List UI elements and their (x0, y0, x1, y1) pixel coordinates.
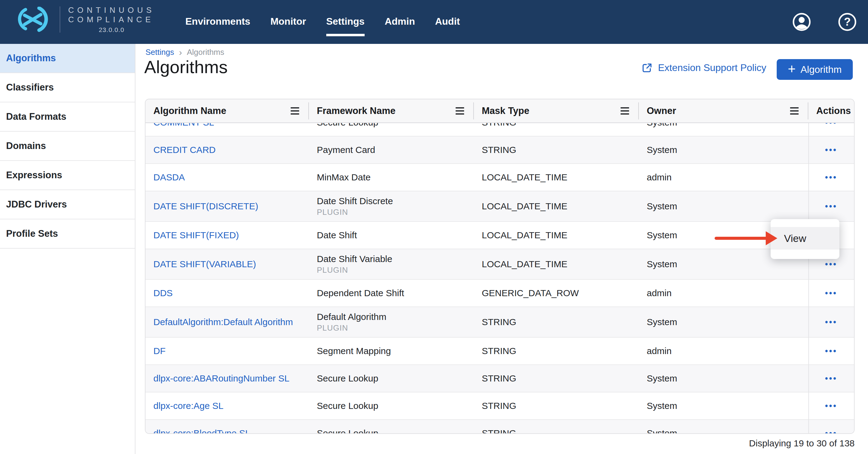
row-actions-ellipsis-icon[interactable]: ••• (825, 145, 837, 155)
row-actions-ellipsis-icon[interactable]: ••• (825, 202, 837, 211)
owner: System (647, 123, 808, 128)
row-actions-ellipsis-icon[interactable]: ••• (825, 346, 837, 356)
row-actions-ellipsis-icon[interactable]: ••• (825, 260, 837, 269)
algorithm-name-link[interactable]: COMMENT SL (153, 123, 309, 128)
column-menu-icon[interactable] (621, 107, 629, 115)
row-actions-ellipsis-icon[interactable]: ••• (825, 317, 837, 327)
page: CONTINUOUS COMPLIANCE 23.0.0.0 Environme… (0, 0, 868, 454)
mask-type: LOCAL_DATE_TIME (482, 172, 639, 182)
framework-name: MinMax Date (317, 172, 474, 182)
row-actions-ellipsis-icon[interactable]: ••• (825, 173, 837, 182)
sidebar-item-expressions[interactable]: Expressions (0, 161, 135, 190)
row-actions-menu: View (771, 219, 839, 259)
framework-name: Date Shift Discrete (317, 196, 474, 206)
plugin-badge: PLUGIN (317, 323, 474, 333)
algorithm-name-link[interactable]: CREDIT CARD (153, 145, 309, 155)
row-actions-ellipsis-icon[interactable]: ••• (825, 429, 837, 434)
algorithm-name-link[interactable]: DATE SHIFT(DISCRETE) (153, 201, 309, 211)
algorithm-name-link[interactable]: DATE SHIFT(FIXED) (153, 230, 309, 240)
sidebar-item-algorithms[interactable]: Algorithms (0, 44, 135, 73)
sidebar-item-data-formats[interactable]: Data Formats (0, 103, 135, 132)
nav-item-admin[interactable]: Admin (385, 16, 415, 28)
nav-item-monitor[interactable]: Monitor (270, 16, 306, 28)
table-row: DATE SHIFT(FIXED)Date ShiftLOCAL_DATE_TI… (146, 222, 854, 249)
mask-type: STRING (482, 346, 639, 356)
external-link-icon (642, 62, 653, 74)
add-algorithm-label: Algorithm (800, 64, 841, 75)
table-row: DATE SHIFT(VARIABLE)Date Shift VariableP… (146, 249, 854, 280)
row-actions-ellipsis-icon[interactable]: ••• (825, 288, 837, 298)
column-menu-icon[interactable] (291, 107, 299, 115)
row-actions-ellipsis-icon[interactable]: ••• (825, 401, 837, 411)
column-header-mask-type: Mask Type (474, 99, 639, 122)
annotation-arrow (715, 237, 768, 240)
owner: System (647, 317, 808, 327)
table-row: CREDIT CARDPayment CardSTRINGSystem••• (146, 137, 854, 164)
table-row: dlpx-core:BloodType SLSecure LookupSTRIN… (146, 420, 854, 434)
algorithms-table: Algorithm NameFramework NameMask TypeOwn… (145, 99, 855, 434)
table-row: DDSDependent Date ShiftGENERIC_DATA_ROWa… (146, 280, 854, 307)
column-menu-icon[interactable] (456, 107, 464, 115)
algorithm-name-link[interactable]: dlpx-core:ABARoutingNumber SL (153, 373, 309, 384)
algorithm-name-link[interactable]: DF (153, 346, 309, 356)
framework-name: Secure Lookup (317, 401, 474, 411)
help-icon[interactable]: ? (838, 12, 857, 32)
owner: admin (647, 346, 808, 356)
algorithm-name-link[interactable]: DefaultAlgorithm:Default Algorithm (153, 317, 309, 327)
mask-type: STRING (482, 145, 639, 155)
column-header-label: Owner (647, 106, 676, 116)
framework-name: Date Shift Variable (317, 254, 474, 264)
mask-type: LOCAL_DATE_TIME (482, 259, 639, 269)
framework-name: Secure Lookup (317, 123, 474, 128)
breadcrumb-settings-link[interactable]: Settings (146, 48, 174, 57)
algorithm-name-link[interactable]: dlpx-core:BloodType SL (153, 428, 309, 434)
extension-support-policy-link[interactable]: Extension Support Policy (642, 62, 766, 74)
owner: System (647, 373, 808, 384)
breadcrumb-chevron-icon: › (179, 49, 182, 56)
column-header-label: Mask Type (482, 106, 529, 116)
sidebar-item-classifiers[interactable]: Classifiers (0, 73, 135, 103)
brand-block: CONTINUOUS COMPLIANCE 23.0.0.0 (13, 5, 155, 33)
plugin-badge: PLUGIN (317, 265, 474, 275)
algorithm-name-link[interactable]: dlpx-core:Age SL (153, 401, 309, 411)
table-row: COMMENT SLSecure LookupSTRINGSystem••• (146, 123, 854, 137)
delphix-logo-icon (13, 7, 55, 32)
nav-item-audit[interactable]: Audit (435, 16, 460, 28)
svg-text:?: ? (844, 16, 851, 28)
table-row: dlpx-core:Age SLSecure LookupSTRINGSyste… (146, 393, 854, 420)
mask-type: STRING (482, 317, 639, 327)
sidebar-item-jdbc-drivers[interactable]: JDBC Drivers (0, 190, 135, 219)
algorithm-name-link[interactable]: DATE SHIFT(VARIABLE) (153, 259, 309, 269)
algorithm-name-link[interactable]: DASDA (153, 172, 309, 182)
framework-name: Date Shift (317, 230, 474, 240)
add-algorithm-button[interactable]: + Algorithm (777, 59, 853, 80)
table-row: DefaultAlgorithm:Default AlgorithmDefaul… (146, 307, 854, 338)
framework-name: Payment Card (317, 145, 474, 155)
mask-type: GENERIC_DATA_ROW (482, 288, 639, 298)
row-actions-ellipsis-icon[interactable]: ••• (825, 123, 837, 127)
sidebar-item-domains[interactable]: Domains (0, 132, 135, 161)
row-actions-ellipsis-icon[interactable]: ••• (825, 374, 837, 383)
actions-column-divider (808, 123, 809, 434)
mask-type: STRING (482, 401, 639, 411)
mask-type: LOCAL_DATE_TIME (482, 230, 639, 240)
owner: admin (647, 288, 808, 298)
menu-item-view[interactable]: View (771, 227, 839, 250)
pagination-status: Displaying 19 to 30 of 138 (145, 438, 855, 449)
nav-item-environments[interactable]: Environments (185, 16, 250, 28)
mask-type: LOCAL_DATE_TIME (482, 201, 639, 211)
table-row: DASDAMinMax DateLOCAL_DATE_TIMEadmin••• (146, 164, 854, 191)
nav-item-settings[interactable]: Settings (326, 16, 365, 28)
brand-version: 23.0.0.0 (68, 26, 155, 33)
owner: System (647, 201, 808, 211)
column-menu-icon[interactable] (790, 107, 799, 115)
algorithm-name-link[interactable]: DDS (153, 288, 309, 298)
column-header-framework-name: Framework Name (309, 99, 474, 122)
sidebar-item-profile-sets[interactable]: Profile Sets (0, 219, 135, 249)
top-bar: CONTINUOUS COMPLIANCE 23.0.0.0 Environme… (0, 0, 868, 44)
brand-divider (60, 6, 60, 33)
owner: System (647, 259, 808, 269)
settings-sidebar: AlgorithmsClassifiersData FormatsDomains… (0, 44, 135, 454)
column-header-label: Algorithm Name (153, 106, 226, 116)
account-icon[interactable] (792, 12, 811, 32)
